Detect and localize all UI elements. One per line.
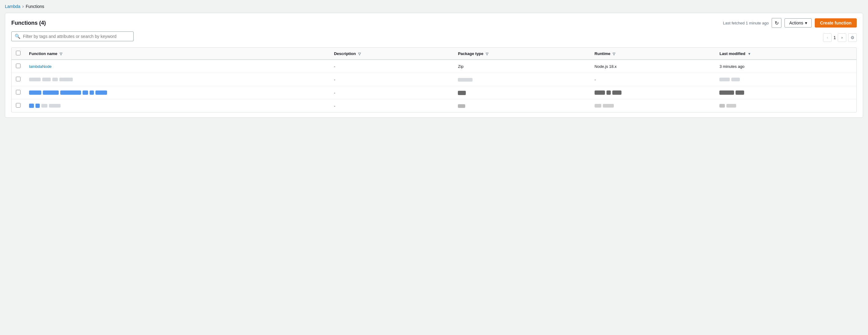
row-4-runtime — [590, 99, 715, 112]
sort-icon-function-name: ▽ — [60, 52, 62, 56]
col-runtime[interactable]: Runtime ▽ — [590, 48, 715, 60]
row-3-last-modified — [715, 86, 857, 99]
row-1-checkbox[interactable] — [16, 64, 21, 68]
pagination-next-button[interactable]: › — [838, 33, 846, 42]
row-2-last-modified — [715, 73, 857, 86]
header-right: Last fetched 1 minute ago ↻ Actions ▾ Cr… — [723, 18, 857, 28]
search-pagination-row: 🔍 ‹ 1 › ⚙ — [11, 32, 857, 45]
table-row: - — [11, 86, 857, 99]
row-4-package-type — [454, 99, 590, 112]
actions-button[interactable]: Actions ▾ — [784, 18, 812, 28]
row-4-checkbox[interactable] — [16, 103, 21, 108]
row-1-function-name: lambdaNode — [25, 60, 330, 73]
breadcrumb-separator: › — [22, 4, 24, 9]
row-4-function-name — [25, 99, 330, 112]
row-3-description: - — [330, 86, 454, 99]
create-function-button[interactable]: Create function — [815, 18, 857, 28]
last-fetched-label: Last fetched 1 minute ago — [723, 21, 769, 25]
row-1-runtime: Node.js 18.x — [590, 60, 715, 73]
breadcrumb-lambda-link[interactable]: Lambda — [5, 4, 21, 9]
col-description[interactable]: Description ▽ — [330, 48, 454, 60]
row-1-last-modified: 3 minutes ago — [715, 60, 857, 73]
select-all-header[interactable] — [11, 48, 25, 60]
table-body: lambdaNode - Zip Node.js 18.x 3 minutes … — [11, 60, 857, 112]
pagination-row: ‹ 1 › ⚙ — [823, 33, 857, 42]
table-wrapper: Function name ▽ Description ▽ Package ty… — [11, 47, 857, 112]
search-icon: 🔍 — [15, 34, 21, 39]
sort-icon-package-type: ▽ — [486, 52, 488, 56]
row-3-package-type — [454, 86, 590, 99]
search-input[interactable] — [23, 34, 130, 39]
main-card: Functions (4) Last fetched 1 minute ago … — [5, 13, 863, 118]
table-header: Function name ▽ Description ▽ Package ty… — [11, 48, 857, 60]
actions-dropdown-icon: ▾ — [805, 21, 807, 25]
actions-label: Actions — [789, 21, 803, 25]
sort-icon-runtime: ▽ — [613, 52, 615, 56]
row-3-checkbox-cell[interactable] — [11, 86, 25, 99]
card-header: Functions (4) Last fetched 1 minute ago … — [11, 18, 857, 28]
col-function-name[interactable]: Function name ▽ — [25, 48, 330, 60]
breadcrumb-current: Functions — [26, 4, 44, 9]
pagination-prev-button[interactable]: ‹ — [823, 33, 832, 42]
pagination-page: 1 — [833, 35, 836, 40]
page-wrapper: Lambda › Functions Functions (4) Last fe… — [0, 0, 868, 121]
table-row: lambdaNode - Zip Node.js 18.x 3 minutes … — [11, 60, 857, 73]
row-1-package-type: Zip — [454, 60, 590, 73]
col-package-type[interactable]: Package type ▽ — [454, 48, 590, 60]
row-2-package-type — [454, 73, 590, 86]
table-row: - - — [11, 73, 857, 86]
search-bar[interactable]: 🔍 — [11, 32, 134, 41]
sort-icon-description: ▽ — [358, 52, 361, 56]
row-1-description: - — [330, 60, 454, 73]
row-4-checkbox-cell[interactable] — [11, 99, 25, 112]
col-last-modified[interactable]: Last modified ▼ — [715, 48, 857, 60]
row-1-checkbox-cell[interactable] — [11, 60, 25, 73]
row-4-description: - — [330, 99, 454, 112]
row-3-runtime — [590, 86, 715, 99]
sort-icon-last-modified: ▼ — [748, 52, 751, 56]
function-name-link-lambdaNode[interactable]: lambdaNode — [29, 64, 52, 69]
select-all-checkbox[interactable] — [16, 51, 21, 55]
row-2-function-name — [25, 73, 330, 86]
row-4-last-modified — [715, 99, 857, 112]
functions-table: Function name ▽ Description ▽ Package ty… — [11, 48, 857, 112]
row-2-description: - — [330, 73, 454, 86]
breadcrumb: Lambda › Functions — [5, 4, 863, 9]
page-title: Functions (4) — [11, 20, 46, 26]
row-2-checkbox[interactable] — [16, 77, 21, 81]
table-row: - — [11, 99, 857, 112]
row-2-runtime: - — [590, 73, 715, 86]
row-3-function-name — [25, 86, 330, 99]
refresh-button[interactable]: ↻ — [772, 18, 781, 28]
row-3-checkbox[interactable] — [16, 90, 21, 95]
card-title-area: Functions (4) — [11, 20, 46, 26]
table-settings-button[interactable]: ⚙ — [848, 33, 857, 42]
row-2-checkbox-cell[interactable] — [11, 73, 25, 86]
